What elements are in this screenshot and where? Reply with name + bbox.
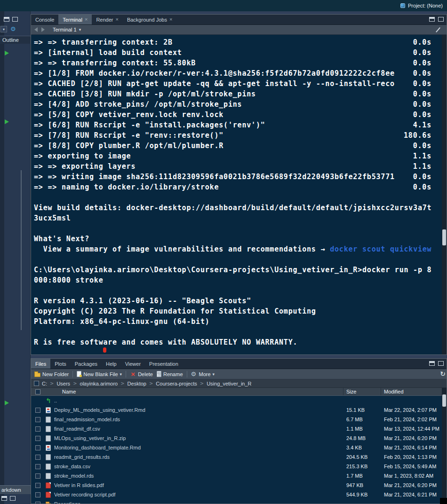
file-row[interactable]: Vetiver recording script.pdf544.9 KBMar … <box>31 490 442 499</box>
terminal-output[interactable]: => => transferring context: 2B0.0s=> [in… <box>31 35 442 354</box>
pane-maximize-icon[interactable] <box>438 361 444 366</box>
row-checkbox[interactable] <box>35 417 40 422</box>
docker-scout-link[interactable]: docker scout quickview <box>330 245 431 253</box>
file-row[interactable]: Recordings <box>31 499 442 504</box>
rename-button[interactable]: Rename <box>157 371 183 377</box>
file-name[interactable]: Vetiver in R slides.pdf <box>54 482 104 488</box>
breadcrumb-segment[interactable]: Desktop <box>128 381 146 386</box>
file-modified: Mar 22, 2024, 2:07 PM <box>384 407 437 413</box>
close-tab-icon[interactable]: × <box>85 17 88 22</box>
row-checkbox[interactable] <box>35 445 40 450</box>
sidebar-scrollbar[interactable] <box>21 170 22 330</box>
delete-button[interactable]: Delete <box>130 371 153 377</box>
terminal-line: View a summary of image vulnerabilities … <box>34 244 442 254</box>
column-header-name[interactable]: Name <box>62 389 76 394</box>
file-name[interactable]: Recordings <box>54 501 80 504</box>
files-scrollbar[interactable] <box>442 388 447 504</box>
terminal-pane-tab-background-jobs[interactable]: Background Jobs× <box>123 15 176 24</box>
file-modified: Mar 21, 2024, 6:14 PM <box>384 445 437 450</box>
clear-terminal-icon[interactable] <box>435 27 441 33</box>
terminal-line: => => exporting layers1.1s <box>34 161 442 172</box>
breadcrumb-segment[interactable]: C: <box>42 381 47 386</box>
row-checkbox[interactable] <box>35 408 40 413</box>
files-pane-tab-plots[interactable]: Plots <box>50 359 70 369</box>
pane-minimize-icon[interactable] <box>429 17 435 22</box>
breadcrumb-segment[interactable]: Coursera-projects <box>156 381 197 386</box>
terminal-scrollbar[interactable] <box>442 35 447 354</box>
file-name[interactable]: Deploy_ML_models_using_vetiver.Rmd <box>54 407 145 413</box>
forward-arrow-icon[interactable] <box>41 27 45 32</box>
file-row[interactable]: final_readmit_df.csv1.1 MBMar 13, 2024, … <box>31 424 442 433</box>
rmarkdown-tab[interactable]: arkdown <box>0 485 31 494</box>
run-chunk-icon[interactable] <box>5 51 9 55</box>
breadcrumb-segment[interactable]: Users <box>56 381 70 386</box>
row-checkbox[interactable] <box>35 473 40 479</box>
file-name[interactable]: stroke_data.csv <box>54 464 90 469</box>
row-checkbox[interactable] <box>35 455 40 460</box>
file-row[interactable]: final_readmission_model.rds6.7 MBFeb 21,… <box>31 415 442 424</box>
file-name[interactable]: Monitoring_dashboard_template.Rmd <box>54 445 141 450</box>
new-folder-button[interactable]: New Folder <box>34 371 69 377</box>
file-name[interactable]: Vetiver recording script.pdf <box>54 492 115 497</box>
file-row[interactable]: stroke_data.csv215.3 KBFeb 15, 2024, 5:4… <box>31 462 442 471</box>
file-name[interactable]: MLOps_using_vetiver_in_R.zip <box>54 435 126 441</box>
row-checkbox[interactable] <box>35 483 40 488</box>
close-tab-icon[interactable]: × <box>115 17 118 22</box>
new-blank-file-button[interactable]: New Blank File▾ <box>77 371 122 377</box>
files-pane-tab-presentation[interactable]: Presentation <box>145 359 183 369</box>
close-tab-icon[interactable]: × <box>169 17 172 22</box>
file-row[interactable]: Monitoring_dashboard_template.Rmd3.4 KBM… <box>31 443 442 452</box>
run-chunk-icon[interactable] <box>5 119 9 124</box>
file-name[interactable]: stroke_model.rds <box>54 473 94 479</box>
files-pane-tab-files[interactable]: Files <box>31 359 50 369</box>
terminal-pane-tab-render[interactable]: Render× <box>92 15 123 24</box>
file-row[interactable]: .. <box>31 396 442 405</box>
select-all-checkbox[interactable] <box>35 389 40 394</box>
project-label[interactable]: Project: (None) <box>408 3 443 8</box>
terminal-line: => => naming to docker.io/library/stroke… <box>34 182 442 192</box>
breadcrumb-segment[interactable]: olayinka.arimoro <box>80 381 118 386</box>
pane-minimize-icon[interactable] <box>4 17 9 22</box>
breadcrumb-segment[interactable]: Using_vetiver_in_R <box>207 381 251 386</box>
outline-button[interactable]: Outline <box>0 36 31 44</box>
column-header-modified[interactable]: Modified <box>384 389 404 394</box>
row-checkbox[interactable] <box>35 464 40 469</box>
back-arrow-icon[interactable] <box>34 27 38 32</box>
file-row[interactable]: readmit_grid_results.rds204.5 KBFeb 20, … <box>31 452 442 462</box>
terminal-pane-tab-console[interactable]: Console <box>31 15 58 24</box>
dropdown-caret-icon[interactable]: ▾ <box>0 26 7 32</box>
pane-maximize-icon[interactable] <box>438 17 444 22</box>
file-name[interactable]: readmit_grid_results.rds <box>54 454 110 460</box>
column-header-size[interactable]: Size <box>346 389 356 394</box>
file-name[interactable]: .. <box>54 398 57 403</box>
files-pane-tab-help[interactable]: Help <box>102 359 121 369</box>
terminal-line-text: What's Next? <box>34 235 89 243</box>
gear-icon[interactable]: ⚙ <box>10 26 16 32</box>
file-name[interactable]: final_readmit_df.csv <box>54 426 100 432</box>
pane-maximize-icon[interactable] <box>10 496 16 501</box>
file-row[interactable]: Vetiver in R slides.pdf947 KBMar 21, 202… <box>31 480 442 490</box>
row-checkbox[interactable] <box>35 492 40 497</box>
terminal-pane-tab-terminal[interactable]: Terminal× <box>58 15 92 24</box>
terminal-selector[interactable]: Terminal 1 ▾ <box>53 27 81 32</box>
refresh-icon[interactable]: ↻ <box>440 370 446 378</box>
scrollbar-thumb[interactable] <box>442 394 446 407</box>
more-button[interactable]: More▾ <box>191 371 215 377</box>
pane-maximize-icon[interactable] <box>12 17 18 22</box>
pane-minimize-icon[interactable] <box>429 361 435 366</box>
file-row[interactable]: Deploy_ML_models_using_vetiver.Rmd15.1 K… <box>31 405 442 415</box>
scrollbar-thumb[interactable] <box>442 229 446 245</box>
file-name[interactable]: final_readmission_model.rds <box>54 417 120 422</box>
pane-minimize-icon[interactable] <box>1 496 7 501</box>
files-pane-tab-viewer[interactable]: Viewer <box>121 359 145 369</box>
files-pane-tab-packages[interactable]: Packages <box>71 359 102 369</box>
row-checkbox[interactable] <box>35 502 40 504</box>
file-row[interactable]: stroke_model.rds1.7 MBMar 1, 2023, 8:02 … <box>31 471 442 480</box>
breadcrumb-checkbox[interactable] <box>34 381 39 386</box>
terminal-line: => CACHED [2/8] RUN apt-get update -qq &… <box>34 79 442 89</box>
row-checkbox[interactable] <box>35 426 40 432</box>
row-checkbox[interactable] <box>35 436 40 441</box>
file-row[interactable]: MLOps_using_vetiver_in_R.zip24.8 MBMar 2… <box>31 433 442 443</box>
file-size: 204.5 KB <box>346 454 367 460</box>
run-chunk-icon[interactable] <box>5 401 9 405</box>
